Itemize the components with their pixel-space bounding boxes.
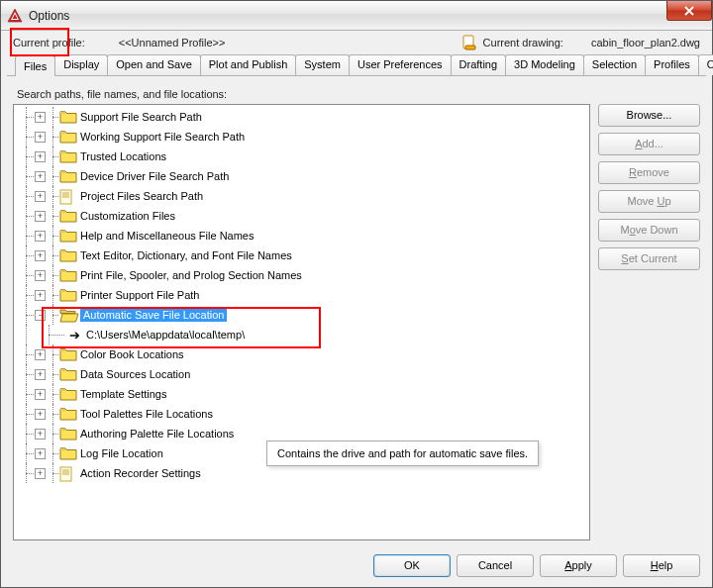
svg-rect-20: [60, 389, 65, 391]
current-drawing-label: Current drawing:: [483, 37, 563, 49]
close-button[interactable]: [666, 1, 712, 21]
expander[interactable]: +: [35, 231, 46, 242]
tree-item[interactable]: +Support File Search Path: [14, 107, 589, 127]
tree-item-label: Log File Location: [80, 447, 163, 459]
tree-view[interactable]: +Support File Search Path+Working Suppor…: [13, 104, 590, 540]
path-icon: ➔: [65, 329, 83, 341]
side-buttons: Browse... Add... Remove Move Up Move Dow…: [598, 104, 700, 540]
expander[interactable]: -: [35, 310, 46, 321]
expander[interactable]: +: [35, 191, 46, 202]
expander[interactable]: +: [35, 250, 46, 261]
expander[interactable]: +: [35, 349, 46, 360]
tab-profiles[interactable]: Profiles: [645, 54, 699, 75]
expander[interactable]: +: [35, 132, 46, 143]
tree-item[interactable]: +Tool Palettes File Locations: [14, 404, 589, 424]
tab-plot-and-publish[interactable]: Plot and Publish: [200, 54, 297, 75]
svg-rect-15: [60, 250, 65, 252]
folder-icon: [59, 288, 77, 302]
tab-display[interactable]: Display: [54, 54, 108, 75]
tab-3d-modeling[interactable]: 3D Modeling: [505, 54, 584, 75]
help-button[interactable]: Help: [623, 554, 700, 577]
set-current-button[interactable]: Set Current: [598, 247, 700, 270]
tree-item-label: Trusted Locations: [80, 150, 166, 162]
tree-item-label: Text Editor, Dictionary, and Font File N…: [80, 249, 292, 261]
tree-item-label: Data Sources Location: [80, 368, 190, 380]
tree-item[interactable]: +Text Editor, Dictionary, and Font File …: [14, 245, 589, 265]
tree-item[interactable]: +Template Settings: [14, 384, 589, 404]
expander[interactable]: +: [35, 290, 46, 301]
folder-icon: [59, 209, 77, 223]
tree-item[interactable]: +Working Support File Search Path: [14, 127, 589, 147]
svg-rect-6: [60, 132, 65, 134]
tree-item-label: Customization Files: [80, 210, 175, 222]
ok-button[interactable]: OK: [373, 554, 451, 577]
tab-selection[interactable]: Selection: [583, 54, 646, 75]
expander[interactable]: +: [35, 409, 46, 420]
svg-rect-16: [60, 270, 65, 272]
svg-rect-8: [60, 171, 65, 173]
expander[interactable]: +: [35, 448, 46, 459]
svg-rect-7: [60, 151, 65, 153]
file-icon: [59, 466, 77, 480]
tree-item[interactable]: -Automatic Save File Location: [14, 305, 589, 325]
expander[interactable]: +: [35, 468, 46, 479]
expander[interactable]: +: [35, 151, 46, 162]
folder-icon: [59, 367, 77, 381]
expander[interactable]: +: [35, 389, 46, 400]
expander[interactable]: +: [35, 270, 46, 281]
file-icon: [59, 189, 77, 203]
tree-item-label: Automatic Save File Location: [80, 308, 227, 322]
expander[interactable]: +: [35, 112, 46, 123]
move-down-button[interactable]: Move Down: [598, 219, 700, 242]
expander[interactable]: +: [35, 429, 46, 440]
svg-rect-19: [60, 369, 65, 371]
folder-icon: [59, 130, 77, 144]
tab-files[interactable]: Files: [15, 55, 55, 76]
tree-item[interactable]: +Printer Support File Path: [14, 285, 589, 305]
dialog-footer: OK Cancel Apply Help: [1, 546, 712, 587]
expander[interactable]: +: [35, 211, 46, 222]
tree-item[interactable]: +Data Sources Location: [14, 364, 589, 384]
tab-strip: Files Display Open and Save Plot and Pub…: [1, 50, 712, 75]
expander[interactable]: +: [35, 369, 46, 380]
tree-item[interactable]: +Device Driver File Search Path: [14, 166, 589, 186]
folder-icon: [59, 387, 77, 401]
cancel-button[interactable]: Cancel: [457, 554, 534, 577]
tree-item[interactable]: ➔C:\Users\Me\appdata\local\temp\: [14, 325, 589, 344]
tab-user-preferences[interactable]: User Preferences: [349, 54, 452, 75]
browse-button[interactable]: Browse...: [598, 104, 700, 127]
tree-item[interactable]: +Project Files Search Path: [14, 186, 589, 206]
tab-system[interactable]: System: [295, 54, 350, 75]
remove-button[interactable]: Remove: [598, 161, 700, 184]
tree-item[interactable]: +Help and Miscellaneous File Names: [14, 226, 589, 245]
tab-online[interactable]: Online: [698, 54, 713, 75]
profile-row: Current profile: <<Unnamed Profile>> Cur…: [1, 31, 712, 50]
tree-item-label: Support File Search Path: [80, 111, 202, 123]
svg-rect-18: [60, 349, 65, 351]
app-icon: [7, 8, 23, 24]
expander[interactable]: +: [35, 171, 46, 182]
folder-icon: [59, 427, 77, 441]
tree-item-label: C:\Users\Me\appdata\local\temp\: [86, 329, 245, 341]
folder-icon: [59, 347, 77, 361]
tree-item-label: Device Driver File Search Path: [80, 170, 229, 182]
tree-item-label: Help and Miscellaneous File Names: [80, 230, 254, 242]
tab-open-and-save[interactable]: Open and Save: [107, 54, 200, 75]
svg-rect-4: [465, 46, 475, 49]
tree-item[interactable]: +Customization Files: [14, 206, 589, 226]
apply-button[interactable]: Apply: [540, 554, 617, 577]
tree-item[interactable]: +Print File, Spooler, and Prolog Section…: [14, 265, 589, 285]
window-title: Options: [29, 9, 69, 23]
svg-rect-5: [60, 112, 65, 114]
titlebar: Options: [1, 1, 712, 31]
dwg-icon: [461, 35, 477, 50]
svg-rect-23: [60, 448, 65, 450]
tree-item[interactable]: +Color Book Locations: [14, 344, 589, 364]
tree-item[interactable]: +Trusted Locations: [14, 147, 589, 166]
add-button[interactable]: Add...: [598, 133, 700, 155]
tree-item[interactable]: +Action Recorder Settings: [14, 463, 589, 483]
tab-drafting[interactable]: Drafting: [451, 54, 507, 75]
move-up-button[interactable]: Move Up: [598, 190, 700, 213]
folder-icon: [59, 229, 77, 243]
svg-rect-17: [60, 290, 65, 292]
